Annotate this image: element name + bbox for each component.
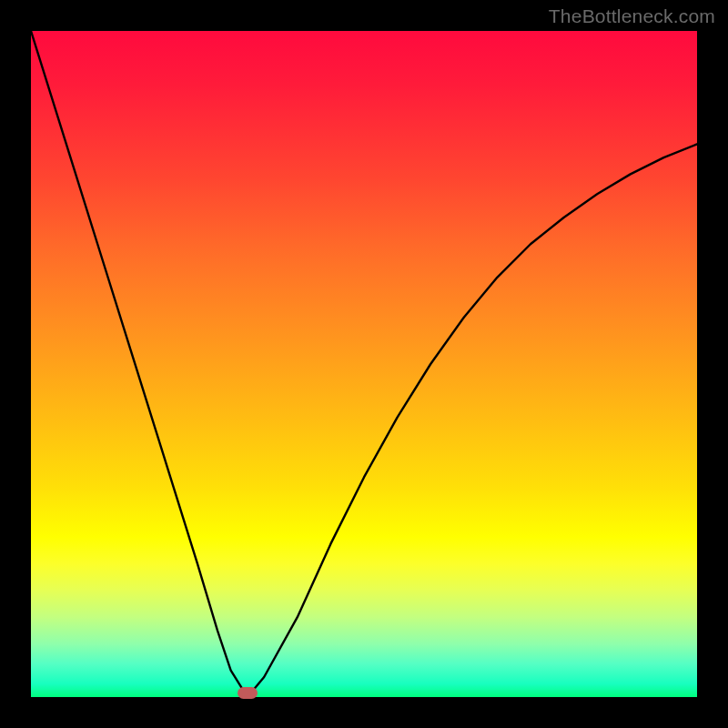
bottleneck-curve — [31, 31, 697, 697]
watermark-text: TheBottleneck.com — [549, 5, 715, 27]
optimal-marker — [238, 687, 258, 699]
chart-area — [31, 31, 697, 697]
curve-svg — [31, 31, 697, 697]
